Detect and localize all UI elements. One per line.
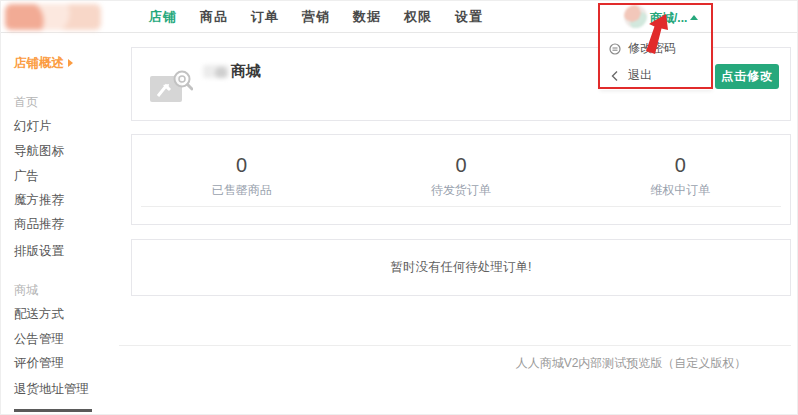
nav-tab-shop[interactable]: 店铺	[149, 8, 177, 26]
sidebar-item-shop-overview[interactable]: 店铺概述	[14, 55, 73, 72]
store-name-redacted	[203, 65, 229, 78]
user-menu-trigger[interactable]: 商城/...	[650, 10, 698, 27]
empty-orders-message: 暂时没有任何待处理订单!	[132, 240, 790, 295]
stat-value: 0	[351, 154, 570, 176]
sidebar-section-home: 首页	[14, 94, 38, 111]
user-avatar[interactable]	[624, 5, 647, 28]
sidebar-item-return-address[interactable]: 退货地址管理	[14, 381, 89, 398]
sidebar-item-layout-settings[interactable]: 排版设置	[14, 243, 64, 260]
divider	[119, 345, 791, 346]
footer-version-text: 人人商城V2内部测试预览版（自定义版权）	[451, 355, 798, 372]
sidebar-item-ads[interactable]: 广告	[14, 168, 39, 185]
sidebar-item-slides[interactable]: 幻灯片	[14, 118, 52, 135]
stat-label: 待发货订单	[351, 182, 570, 199]
sidebar-item-announcements[interactable]: 公告管理	[14, 331, 64, 348]
menu-item-label: 退出	[628, 67, 652, 84]
app-logo	[5, 4, 101, 30]
sidebar-item-label: 店铺概述	[14, 56, 64, 70]
nav-tab-settings[interactable]: 设置	[455, 8, 483, 26]
click-to-edit-button[interactable]: 点击修改	[715, 64, 779, 89]
nav-tab-marketing[interactable]: 营销	[302, 8, 330, 26]
logout-chevron-icon	[609, 70, 621, 82]
nav-tab-orders[interactable]: 订单	[251, 8, 279, 26]
stat-soldout-goods[interactable]: 0 已售罄商品	[132, 154, 351, 199]
caret-up-icon	[690, 15, 698, 20]
nav-tab-perms[interactable]: 权限	[404, 8, 432, 26]
sidebar-item-shipping[interactable]: 配送方式	[14, 306, 64, 323]
store-name: 商城	[203, 62, 261, 81]
stats-row: 0 已售罄商品 0 待发货订单 0 维权中订单	[132, 135, 790, 199]
stat-pending-shipment-orders[interactable]: 0 待发货订单	[351, 154, 570, 199]
sidebar-item-reviews[interactable]: 评价管理	[14, 355, 64, 372]
image-placeholder-icon	[149, 69, 193, 105]
menu-item-label: 修改密码	[628, 40, 676, 57]
arrow-right-icon	[68, 59, 73, 67]
main-nav: 店铺 商品 订单 营销 数据 权限 设置	[149, 1, 506, 33]
stats-card: 0 已售罄商品 0 待发货订单 0 维权中订单	[131, 134, 791, 225]
user-dropdown-menu: 修改密码 退出	[600, 33, 712, 90]
sidebar-section-mall: 商城	[14, 282, 38, 299]
nav-tab-data[interactable]: 数据	[353, 8, 381, 26]
stat-label: 维权中订单	[571, 182, 790, 199]
divider	[141, 206, 781, 207]
sidebar-item-goods-recommend[interactable]: 商品推荐	[14, 216, 64, 233]
sidebar: 店铺概述 首页 幻灯片 导航图标 广告 魔方推荐 商品推荐 排版设置 商城 配送…	[1, 33, 129, 415]
user-name: 商城/...	[650, 11, 687, 25]
pending-orders-card: 暂时没有任何待处理订单!	[131, 239, 791, 296]
sidebar-item-cube-recommend[interactable]: 魔方推荐	[14, 192, 64, 209]
menu-item-logout[interactable]: 退出	[609, 67, 652, 84]
password-icon	[609, 43, 621, 55]
stat-value: 0	[571, 154, 790, 176]
menu-item-change-password[interactable]: 修改密码	[609, 40, 676, 57]
sidebar-item-nav-icons[interactable]: 导航图标	[14, 143, 64, 160]
stat-dispute-orders[interactable]: 0 维权中订单	[571, 154, 790, 199]
admin-dashboard: 店铺 商品 订单 营销 数据 权限 设置 商城/... 修改密码 退出	[0, 0, 798, 415]
stat-value: 0	[132, 154, 351, 176]
stat-label: 已售罄商品	[132, 182, 351, 199]
nav-tab-goods[interactable]: 商品	[200, 8, 228, 26]
sidebar-item-clipped	[14, 409, 92, 412]
store-name-text: 商城	[231, 62, 261, 81]
top-navbar: 店铺 商品 订单 营销 数据 权限 设置 商城/...	[1, 1, 798, 33]
